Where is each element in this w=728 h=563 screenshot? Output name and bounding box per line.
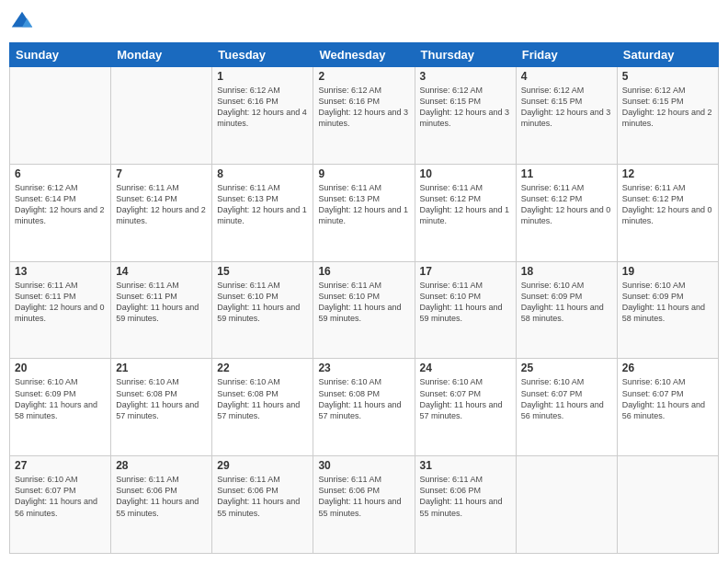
calendar-week-3: 13Sunrise: 6:11 AMSunset: 6:11 PMDayligh… [10,261,719,359]
calendar-cell: 5Sunrise: 6:12 AMSunset: 6:15 PMDaylight… [617,67,718,165]
calendar-cell: 21Sunrise: 6:10 AMSunset: 6:08 PMDayligh… [111,359,212,456]
calendar-week-4: 20Sunrise: 6:10 AMSunset: 6:09 PMDayligh… [10,359,719,456]
calendar-cell: 6Sunrise: 6:12 AMSunset: 6:14 PMDaylight… [10,164,111,261]
calendar-cell: 7Sunrise: 6:11 AMSunset: 6:14 PMDaylight… [111,164,212,261]
calendar-cell: 26Sunrise: 6:10 AMSunset: 6:07 PMDayligh… [617,359,718,456]
header [9,9,719,35]
day-number: 30 [318,459,409,472]
day-number: 24 [420,362,511,374]
calendar-cell: 12Sunrise: 6:11 AMSunset: 6:12 PMDayligh… [617,164,718,261]
day-number: 5 [622,70,713,83]
cell-text: Sunrise: 6:10 AMSunset: 6:07 PMDaylight:… [622,376,713,421]
calendar-cell: 14Sunrise: 6:11 AMSunset: 6:11 PMDayligh… [111,261,212,359]
calendar-cell: 8Sunrise: 6:11 AMSunset: 6:13 PMDaylight… [212,164,313,261]
day-number: 19 [622,265,713,278]
calendar-cell: 25Sunrise: 6:10 AMSunset: 6:07 PMDayligh… [516,359,617,456]
weekday-header-row: SundayMondayTuesdayWednesdayThursdayFrid… [10,43,719,67]
calendar-cell: 11Sunrise: 6:11 AMSunset: 6:12 PMDayligh… [516,164,617,261]
day-number: 6 [15,167,106,180]
calendar-cell: 19Sunrise: 6:10 AMSunset: 6:09 PMDayligh… [617,261,718,359]
weekday-header-wednesday: Wednesday [313,43,415,67]
cell-text: Sunrise: 6:11 AMSunset: 6:11 PMDaylight:… [15,280,106,325]
calendar-cell: 15Sunrise: 6:11 AMSunset: 6:10 PMDayligh… [212,261,313,359]
cell-text: Sunrise: 6:12 AMSunset: 6:15 PMDaylight:… [622,85,713,130]
calendar-cell: 10Sunrise: 6:11 AMSunset: 6:12 PMDayligh… [415,164,516,261]
cell-text: Sunrise: 6:10 AMSunset: 6:07 PMDaylight:… [15,474,106,519]
calendar-cell: 23Sunrise: 6:10 AMSunset: 6:08 PMDayligh… [313,359,415,456]
calendar-cell: 9Sunrise: 6:11 AMSunset: 6:13 PMDaylight… [313,164,415,261]
calendar-cell: 27Sunrise: 6:10 AMSunset: 6:07 PMDayligh… [10,456,111,554]
calendar-cell: 28Sunrise: 6:11 AMSunset: 6:06 PMDayligh… [111,456,212,554]
cell-text: Sunrise: 6:10 AMSunset: 6:09 PMDaylight:… [15,376,106,421]
calendar-cell: 22Sunrise: 6:10 AMSunset: 6:08 PMDayligh… [212,359,313,456]
cell-text: Sunrise: 6:12 AMSunset: 6:15 PMDaylight:… [521,85,612,130]
logo-icon [9,9,35,35]
cell-text: Sunrise: 6:11 AMSunset: 6:10 PMDaylight:… [217,280,308,325]
day-number: 18 [521,265,612,278]
calendar-cell [10,67,111,165]
weekday-header-thursday: Thursday [415,43,516,67]
cell-text: Sunrise: 6:11 AMSunset: 6:14 PMDaylight:… [116,182,207,227]
day-number: 13 [15,265,106,278]
cell-text: Sunrise: 6:11 AMSunset: 6:10 PMDaylight:… [318,280,409,325]
weekday-header-friday: Friday [516,43,617,67]
day-number: 4 [521,70,612,83]
day-number: 27 [15,459,106,472]
day-number: 22 [217,362,308,374]
calendar-cell: 31Sunrise: 6:11 AMSunset: 6:06 PMDayligh… [415,456,516,554]
day-number: 16 [318,265,409,278]
cell-text: Sunrise: 6:10 AMSunset: 6:08 PMDaylight:… [318,376,409,421]
day-number: 11 [521,167,612,180]
calendar-cell: 2Sunrise: 6:12 AMSunset: 6:16 PMDaylight… [313,67,415,165]
cell-text: Sunrise: 6:12 AMSunset: 6:14 PMDaylight:… [15,182,106,227]
cell-text: Sunrise: 6:11 AMSunset: 6:06 PMDaylight:… [217,474,308,519]
day-number: 23 [318,362,409,374]
calendar-cell [617,456,718,554]
day-number: 28 [116,459,207,472]
calendar-cell: 18Sunrise: 6:10 AMSunset: 6:09 PMDayligh… [516,261,617,359]
cell-text: Sunrise: 6:11 AMSunset: 6:13 PMDaylight:… [217,182,308,227]
page: SundayMondayTuesdayWednesdayThursdayFrid… [0,0,728,563]
cell-text: Sunrise: 6:12 AMSunset: 6:16 PMDaylight:… [217,85,308,130]
cell-text: Sunrise: 6:10 AMSunset: 6:09 PMDaylight:… [521,280,612,325]
cell-text: Sunrise: 6:10 AMSunset: 6:07 PMDaylight:… [420,376,511,421]
day-number: 25 [521,362,612,374]
weekday-header-sunday: Sunday [10,43,111,67]
calendar-cell [516,456,617,554]
cell-text: Sunrise: 6:10 AMSunset: 6:08 PMDaylight:… [116,376,207,421]
cell-text: Sunrise: 6:11 AMSunset: 6:06 PMDaylight:… [420,474,511,519]
logo [9,9,39,35]
calendar-cell: 3Sunrise: 6:12 AMSunset: 6:15 PMDaylight… [415,67,516,165]
calendar-cell: 1Sunrise: 6:12 AMSunset: 6:16 PMDaylight… [212,67,313,165]
day-number: 8 [217,167,308,180]
day-number: 7 [116,167,207,180]
calendar-cell: 16Sunrise: 6:11 AMSunset: 6:10 PMDayligh… [313,261,415,359]
cell-text: Sunrise: 6:11 AMSunset: 6:06 PMDaylight:… [318,474,409,519]
weekday-header-saturday: Saturday [617,43,718,67]
day-number: 1 [217,70,308,83]
cell-text: Sunrise: 6:11 AMSunset: 6:10 PMDaylight:… [420,280,511,325]
day-number: 29 [217,459,308,472]
day-number: 26 [622,362,713,374]
cell-text: Sunrise: 6:12 AMSunset: 6:15 PMDaylight:… [420,85,511,130]
calendar-cell: 30Sunrise: 6:11 AMSunset: 6:06 PMDayligh… [313,456,415,554]
cell-text: Sunrise: 6:11 AMSunset: 6:12 PMDaylight:… [420,182,511,227]
day-number: 17 [420,265,511,278]
cell-text: Sunrise: 6:10 AMSunset: 6:08 PMDaylight:… [217,376,308,421]
weekday-header-tuesday: Tuesday [212,43,313,67]
calendar-cell: 24Sunrise: 6:10 AMSunset: 6:07 PMDayligh… [415,359,516,456]
cell-text: Sunrise: 6:11 AMSunset: 6:12 PMDaylight:… [521,182,612,227]
weekday-header-monday: Monday [111,43,212,67]
day-number: 3 [420,70,511,83]
day-number: 31 [420,459,511,472]
calendar-cell: 29Sunrise: 6:11 AMSunset: 6:06 PMDayligh… [212,456,313,554]
calendar-cell: 4Sunrise: 6:12 AMSunset: 6:15 PMDaylight… [516,67,617,165]
calendar-week-5: 27Sunrise: 6:10 AMSunset: 6:07 PMDayligh… [10,456,719,554]
calendar-week-1: 1Sunrise: 6:12 AMSunset: 6:16 PMDaylight… [10,67,719,165]
calendar-week-2: 6Sunrise: 6:12 AMSunset: 6:14 PMDaylight… [10,164,719,261]
cell-text: Sunrise: 6:11 AMSunset: 6:12 PMDaylight:… [622,182,713,227]
cell-text: Sunrise: 6:10 AMSunset: 6:09 PMDaylight:… [622,280,713,325]
day-number: 14 [116,265,207,278]
cell-text: Sunrise: 6:10 AMSunset: 6:07 PMDaylight:… [521,376,612,421]
day-number: 9 [318,167,409,180]
